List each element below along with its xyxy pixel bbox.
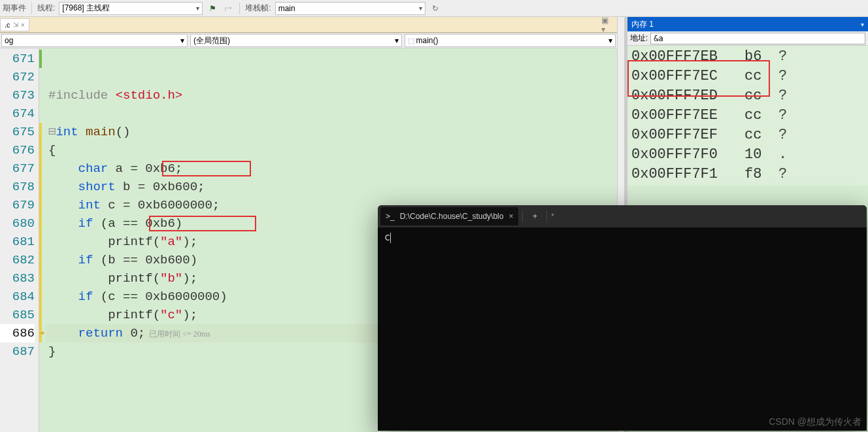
code-line: char a = 0xb6; [46,159,617,178]
code-line: ⊟int main() [46,123,617,141]
code-nav-row: og ▾ (全局范围) ▾ ⬚main() ▾ [0,33,617,48]
stack-frame-select[interactable]: main ▾ [275,2,426,15]
new-tab-button[interactable]: + [527,212,542,221]
terminal-output[interactable]: c [378,227,867,431]
preview-icon[interactable]: ▣ ▾ [601,19,613,31]
memory-row: 0x00FFF7F1f8? [631,165,864,184]
chevron-down-icon: ▾ [395,36,399,45]
thread-value: [7968] 主线程 [62,3,110,14]
event-label: 期事件 [3,3,26,14]
stack-frame-value: main [278,4,295,13]
file-tabs: .c ⇲ × ▣ ▾ [0,17,617,33]
chevron-down-icon: ▾ [419,5,422,12]
thread-label: 线程: [37,3,55,14]
code-line [46,105,617,123]
chevron-down-icon: ▾ [196,5,199,12]
file-tab[interactable]: .c ⇲ × [0,18,29,31]
scope-value: og [5,36,13,45]
code-line: { [46,141,617,159]
terminal-tab-title: D:\Code\C.house\C_study\blo [400,212,504,221]
change-bar-strip [39,48,46,432]
code-line: #include <stdio.h> [46,86,617,105]
separator [31,3,32,14]
cursor [390,233,391,243]
terminal-text: c [384,231,390,243]
file-tab-label: .c [5,21,10,29]
scope-value: main() [416,36,439,45]
watermark: CSDN @想成为传火者 [769,416,861,428]
memory-row: 0x00FFF7EEcc? [631,106,864,125]
memory-address-input[interactable] [650,33,865,44]
chevron-down-icon: ▾ [609,36,612,45]
code-line: short b = 0xb600; [46,178,617,196]
memory-panel-title[interactable]: 内存 1 ▾ [627,17,868,31]
scope-value: (全局范围) [193,35,230,46]
dropdown-icon[interactable]: ▾ [861,21,864,28]
chevron-down-icon: ▾ [180,36,184,45]
debug-toolbar: 期事件 线程: [7968] 主线程 ▾ ⚑ ⮣ 堆栈帧: main ▾ ↻ [0,0,868,17]
memory-address-row: 地址: [627,31,868,46]
scope-project-select[interactable]: og ▾ [1,34,188,47]
memory-row: 0x00FFF7EBb6? [631,47,864,67]
close-icon[interactable]: × [21,21,25,29]
scope-function-select[interactable]: ⬚main() ▾ [405,34,616,47]
line-number-gutter: 671 672 673 674 675 676 677 678 679 680 … [0,48,39,432]
memory-address-label: 地址: [630,33,648,44]
terminal-tab[interactable]: >_ D:\Code\C.house\C_study\blo × [380,207,518,225]
close-icon[interactable]: × [509,212,513,221]
separator [239,3,240,14]
memory-row: 0x00FFF7EFcc? [631,125,864,145]
step-icon[interactable]: ⮣ [222,3,234,14]
code-line [46,68,617,86]
cube-icon: ⬚ [408,37,414,44]
stack-frame-label: 堆栈帧: [245,3,271,14]
thread-select[interactable]: [7968] 主线程 ▾ [59,2,203,15]
memory-row: 0x00FFF7F010. [631,145,864,165]
terminal-window[interactable]: >_ D:\Code\C.house\C_study\blo × + ˅ c [378,205,867,431]
refresh-icon[interactable]: ↻ [429,3,441,14]
memory-dump[interactable]: 0x00FFF7EBb6? 0x00FFF7ECcc? 0x00FFF7EDcc… [627,46,868,186]
execution-arrow-icon: ➔ [39,324,44,342]
terminal-icon: >_ [386,212,395,221]
terminal-titlebar[interactable]: >_ D:\Code\C.house\C_study\blo × + ˅ [378,205,867,227]
memory-row: 0x00FFF7EDcc? [631,86,864,106]
memory-row: 0x00FFF7ECcc? [631,67,864,86]
scope-global-select[interactable]: (全局范围) ▾ [190,34,402,47]
pin-icon[interactable]: ⇲ [13,21,18,28]
tab-dropdown-icon[interactable]: ˅ [551,213,554,220]
code-line [46,50,617,68]
bookmark-icon[interactable]: ⚑ [207,3,218,14]
